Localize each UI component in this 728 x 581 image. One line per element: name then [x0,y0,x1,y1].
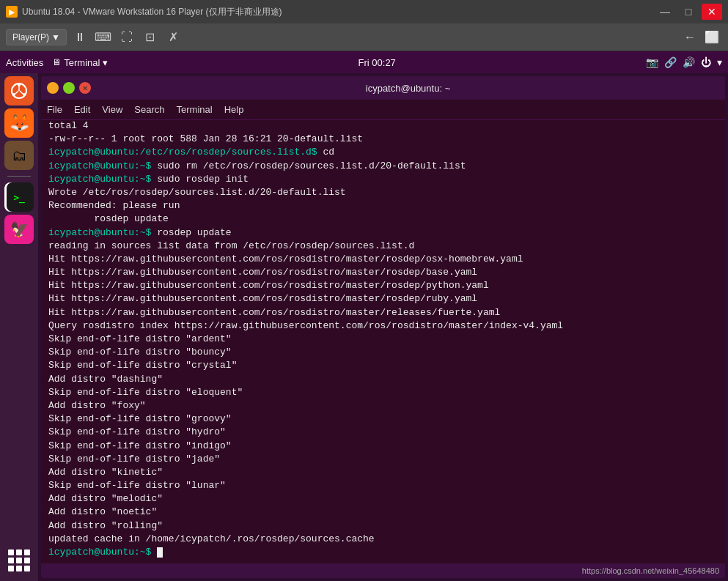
terminal-line: Skip end-of-life distro "groovy" [48,412,718,426]
sound-icon[interactable]: 🔊 [683,56,695,68]
fullscreen-btn[interactable]: ⛶ [117,27,137,48]
terminal-line: Recommended: please run [48,199,718,212]
terminal-line: reading in sources list data from /etc/r… [48,240,718,253]
titlebar-left: ▶ Ubuntu 18.04 - VMware Workstation 16 P… [6,6,282,18]
terminal-line: Hit https://raw.githubusercontent.com/ro… [48,292,718,306]
menu-edit[interactable]: Edit [74,104,90,115]
vmware-app-icon-btn[interactable]: ⬜ [702,27,722,48]
close-player-btn[interactable]: ✗ [163,27,184,48]
terminal-line: icypatch@ubuntu:/etc/ros/rosdep/sources.… [48,146,718,159]
terminal-title: icypatch@ubuntu: ~ [97,83,719,94]
vmware-logo: ▶ [6,6,18,18]
terminal-cursor [157,547,163,558]
network-icon[interactable]: 🔗 [664,56,677,68]
svg-line-6 [20,91,23,94]
terminal-maximize-btn[interactable] [63,82,75,94]
topbar-left: Activities 🖥 Terminal ▾ [6,57,108,68]
menu-file[interactable]: File [47,104,62,115]
terminal-line: icypatch@ubuntu:~$ rosdep update [48,226,718,240]
terminal-line: Hit https://raw.githubusercontent.com/ro… [48,279,718,292]
terminal-line: Skip end-of-life distro "ardent" [48,333,718,346]
dock-files-icon[interactable]: 🗂 [4,141,34,170]
ubuntu-topbar: Activities 🖥 Terminal ▾ Fri 00:27 📷 🔗 🔊 … [0,51,728,73]
titlebar-close-btn[interactable]: ✕ [702,4,722,20]
titlebar-maximize-btn[interactable]: □ [678,4,699,20]
topbar-arrow-icon[interactable]: ▾ [717,56,722,68]
terminal-line: Skip end-of-life distro "hydro" [48,426,718,439]
terminal-line: icypatch@ubuntu:~$ sudo rosdep init [48,173,718,186]
terminal-line: Add distro "dashing" [48,373,718,386]
svg-point-2 [12,93,15,96]
terminal-line: rosdep update [48,212,718,226]
fullscreen-icon: ⛶ [121,31,133,44]
apps-dot [24,549,30,555]
terminal-line: Wrote /etc/ros/rosdep/sources.list.d/20-… [48,186,718,199]
apps-dot [8,549,14,555]
menu-terminal[interactable]: Terminal [177,104,213,115]
dock-terminal-icon[interactable]: >_ [4,182,34,212]
keyboard-icon: ⌨ [95,30,111,44]
terminal-line: Add distro "kinetic" [48,466,718,479]
terminal-line: Skip end-of-life distro "indigo" [48,440,718,453]
terminal-line: Hit https://raw.githubusercontent.com/ro… [48,306,718,319]
unity-btn[interactable]: ⊡ [140,27,161,48]
titlebar-controls: — □ ✕ [655,4,722,20]
apps-dot [16,549,22,555]
terminal-line: Skip end-of-life distro "lunar" [48,479,718,492]
terminal-window-controls: ✕ [47,82,91,94]
dock-bird-icon[interactable]: 🦅 [4,215,34,244]
terminal-line: total 4 [48,120,718,133]
terminal-window: ✕ icypatch@ubuntu: ~ File Edit View Sear… [41,76,725,578]
player-dropdown-icon: ▼ [51,32,60,42]
svg-line-5 [15,91,18,94]
vmware-app-icon: ⬜ [705,30,719,44]
dock-firefox-icon[interactable]: 🦊 [4,108,34,138]
menu-search[interactable]: Search [134,104,164,115]
pause-btn[interactable]: ⏸ [70,27,90,48]
terminal-line: icypatch@ubuntu:~$ sudo rm /etc/ros/rosd… [48,160,718,173]
terminal-line: Add distro "noetic" [48,506,718,519]
menu-help[interactable]: Help [224,104,244,115]
terminal-menu-arrow: ▾ [103,57,108,68]
apps-dot [16,566,22,571]
dock-apps-grid-btn[interactable] [4,546,34,575]
player-label: Player(P) [12,32,49,42]
player-menu-btn[interactable]: Player(P) ▼ [6,29,67,45]
menu-view[interactable]: View [102,104,122,115]
back-icon-btn[interactable]: ← [680,27,700,48]
ubuntu-dock: 🦊 🗂 >_ 🦅 [0,73,38,581]
terminal-line: Add distro "melodic" [48,492,718,506]
terminal-menu-btn[interactable]: 🖥 Terminal ▾ [52,57,108,68]
terminal-line: Hit https://raw.githubusercontent.com/ro… [48,253,718,266]
topbar-right: 📷 🔗 🔊 ⏻ ▾ [646,56,722,68]
terminal-line: updated cache in /home/icypatch/.ros/ros… [48,533,718,546]
terminal-line: Skip end-of-life distro "eloquent" [48,386,718,399]
dock-ubuntu-icon[interactable] [4,76,34,106]
terminal-line: -rw-r--r-- 1 root root 588 Jan 28 16:21 … [48,133,718,146]
screenshot-icon[interactable]: 📷 [646,56,658,68]
titlebar-minimize-btn[interactable]: — [655,4,675,20]
terminal-line: icypatch@ubuntu:~$ [48,546,718,559]
svg-point-3 [23,93,26,96]
apps-dot [24,566,30,571]
terminal-menu-label: Terminal [64,57,100,68]
terminal-content[interactable]: total 4-rw-r--r-- 1 root root 588 Jan 28… [41,120,725,563]
terminal-titlebar: ✕ icypatch@ubuntu: ~ [41,76,725,100]
terminal-line: Skip end-of-life distro "bouncy" [48,346,718,359]
terminal-line: Skip end-of-life distro "crystal" [48,359,718,372]
svg-point-1 [18,84,21,86]
activities-btn[interactable]: Activities [6,57,43,68]
terminal-close-btn[interactable]: ✕ [79,82,91,94]
statusbar-url: https://blog.csdn.net/weixin_45648480 [582,566,719,575]
terminal-line: Hit https://raw.githubusercontent.com/ro… [48,266,718,279]
apps-dot [8,566,14,571]
terminal-minimize-btn[interactable] [47,82,59,94]
send-ctrl-alt-del-btn[interactable]: ⌨ [93,27,114,48]
terminal-line: Skip end-of-life distro "jade" [48,453,718,466]
apps-dot [24,558,30,563]
terminal-line: Query rosdistro index https://raw.github… [48,319,718,333]
apps-dot [16,558,22,563]
power-icon[interactable]: ⏻ [701,56,711,68]
topbar-datetime[interactable]: Fri 00:27 [359,57,396,68]
terminal-menu-icon: 🖥 [52,57,61,67]
